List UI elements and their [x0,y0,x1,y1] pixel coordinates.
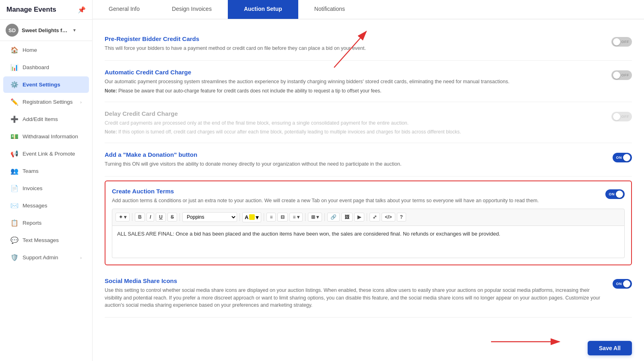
sidebar-label-text-messages: Text Messages [23,237,59,243]
toolbar-format-btn[interactable]: ✦ ▾ [116,213,130,222]
section-auto-charge: Automatic Credit Card Charge Our automat… [105,61,632,102]
toolbar-sep-4 [264,213,264,221]
sidebar-item-home[interactable]: 🏠 Home [3,42,89,58]
save-all-button[interactable]: Save All [588,341,632,355]
chevron-right-icon: › [80,255,82,260]
auto-charge-toggle[interactable]: OFF [611,70,632,80]
toolbar-help-btn[interactable]: ? [397,213,406,222]
social-media-desc: Use this setting to control whether soci… [105,287,606,309]
tab-bar: General InfoDesign InvoicesAuction Setup… [93,0,644,19]
toolbar-font-select[interactable]: Poppins Arial Times New Roman [182,212,237,222]
sidebar-label-dashboard: Dashboard [23,64,49,70]
toolbar-bold-btn[interactable]: B [135,213,145,222]
toolbar-fullscreen-btn[interactable]: ⤢ [369,213,380,222]
sidebar-item-teams[interactable]: 👥 Teams [3,163,89,179]
sidebar-item-registration-settings[interactable]: ✏️ Registration Settings › [3,94,89,110]
nav-list: 🏠 Home 📊 Dashboard ⚙️ Event Settings ✏️ … [0,41,92,267]
toolbar-strikethrough-btn[interactable]: S [167,213,177,222]
dashboard-icon: 📊 [10,64,19,71]
add-edit-items-icon: ➕ [10,115,19,123]
sidebar-label-invoices: Invoices [23,185,43,191]
sidebar-item-reports[interactable]: 📋 Reports [3,215,89,231]
auction-terms-title[interactable]: Create Auction Terms [112,188,605,195]
delay-charge-title: Delay Credit Card Charge [105,110,605,117]
sidebar-item-dashboard[interactable]: 📊 Dashboard [3,59,89,76]
sidebar-item-text-messages[interactable]: 💬 Text Messages [3,232,89,248]
toolbar-bullet-list-btn[interactable]: ≡ [266,213,276,222]
main-content: General InfoDesign InvoicesAuction Setup… [93,0,644,361]
sidebar-label-support-admin: Support Admin [23,254,58,260]
toggle-on-label: ON [616,156,622,160]
social-media-title[interactable]: Social Media Share Icons [105,277,606,284]
pin-icon[interactable]: 📌 [78,6,86,14]
toolbar-sep-1 [132,213,132,221]
sidebar-label-registration-settings: Registration Settings [23,99,73,105]
toggle-off-label: OFF [621,40,630,44]
sidebar-item-support-admin[interactable]: 🛡️ Support Admin › [3,249,89,266]
sidebar-item-withdrawal-information[interactable]: 💵 Withdrawal Information [3,128,89,145]
donation-desc: Turning this ON will give visitors the a… [105,160,606,168]
toolbar-italic-btn[interactable]: I [147,213,154,222]
sidebar-item-event-settings[interactable]: ⚙️ Event Settings [3,76,89,93]
tab-design-invoices[interactable]: Design Invoices [156,0,228,19]
sidebar-label-event-settings: Event Settings [23,82,60,88]
section-donation: Add a "Make a Donation" button Turning t… [105,143,632,176]
pre-register-desc: This will force your bidders to have a p… [105,45,605,52]
sidebar-label-withdrawal-information: Withdrawal Information [23,133,78,139]
sidebar-label-teams: Teams [23,168,39,174]
toolbar-media-btn[interactable]: ▶ [354,213,364,222]
toolbar-sep-7 [367,213,367,221]
sidebar-item-event-link-promote[interactable]: 📢 Event Link & Promote [3,146,89,162]
editor-text: ALL SALES ARE FINAL: Once a bid has been… [117,231,500,237]
toolbar-underline-btn[interactable]: U [156,213,166,222]
donation-title[interactable]: Add a "Make a Donation" button [105,151,606,158]
pre-register-toggle[interactable]: OFF [611,37,632,47]
toolbar-highlight-btn[interactable]: A ▾ [242,212,261,222]
toolbar-source-btn[interactable]: </> [382,213,395,222]
sidebar-label-add-edit-items: Add/Edit Items [23,116,58,122]
delay-charge-desc: Credit card payments are processed only … [105,119,605,127]
delay-charge-toggle[interactable]: OFF [611,112,632,121]
toolbar-sep-3 [239,213,240,221]
withdrawal-information-icon: 💵 [10,133,19,140]
sidebar-item-messages[interactable]: ✉️ Messages [3,197,89,214]
toolbar-table-btn[interactable]: ⊞ ▾ [308,213,322,222]
tab-notifications[interactable]: Notifications [298,0,361,19]
pre-register-title[interactable]: Pre-Register Bidder Credit Cards [105,35,605,42]
tab-auction-setup[interactable]: Auction Setup [228,0,298,19]
section-pre-register: Pre-Register Bidder Credit Cards This wi… [105,27,632,61]
toolbar-align-btn[interactable]: ≡ ▾ [289,213,302,222]
support-admin-icon: 🛡️ [10,254,19,261]
event-settings-icon: ⚙️ [10,81,19,88]
editor-content-area[interactable]: ALL SALES ARE FINAL: Once a bid has been… [112,226,625,258]
tab-general-info[interactable]: General Info [93,0,156,19]
sidebar-label-event-link-promote: Event Link & Promote [23,151,75,157]
org-selector[interactable]: SD Sweet Delights for a ... ▾ [0,20,92,41]
sidebar-item-invoices[interactable]: 📄 Invoices [3,180,89,197]
content-area: Pre-Register Bidder Credit Cards This wi… [93,19,644,361]
teams-icon: 👥 [10,167,19,175]
toggle-off-label3: OFF [621,115,630,119]
toolbar-sep-5 [305,213,305,221]
auction-terms-toggle[interactable]: ON [605,189,625,199]
sidebar-label-reports: Reports [23,220,41,226]
editor-toolbar: ✦ ▾ B I U S Poppins Arial Times New Roma… [112,209,625,226]
toolbar-image-btn[interactable]: 🖼 [341,213,353,222]
auto-charge-note: Note: Please be aware that our auto-char… [105,88,605,94]
event-link-promote-icon: 📢 [10,150,19,158]
sidebar-item-add-edit-items[interactable]: ➕ Add/Edit Items [3,111,89,127]
toolbar-link-btn[interactable]: 🔗 [327,213,340,222]
home-icon: 🏠 [10,46,19,54]
highlight-chevron-icon: ▾ [256,213,259,221]
toolbar-numbered-list-btn[interactable]: ⊟ [277,213,288,222]
social-media-toggle[interactable]: ON [613,279,632,289]
section-auction-terms: Create Auction Terms Add auction terms &… [105,180,632,265]
donation-toggle[interactable]: ON [613,153,632,162]
messages-icon: ✉️ [10,202,19,209]
section-social-media: Social Media Share Icons Use this settin… [105,269,632,318]
sidebar: Manage Events 📌 SD Sweet Delights for a … [0,0,93,361]
sidebar-label-messages: Messages [23,203,47,209]
auto-charge-title[interactable]: Automatic Credit Card Charge [105,69,605,76]
auto-charge-desc: Our automatic payment processing system … [105,78,605,86]
invoices-icon: 📄 [10,185,19,192]
